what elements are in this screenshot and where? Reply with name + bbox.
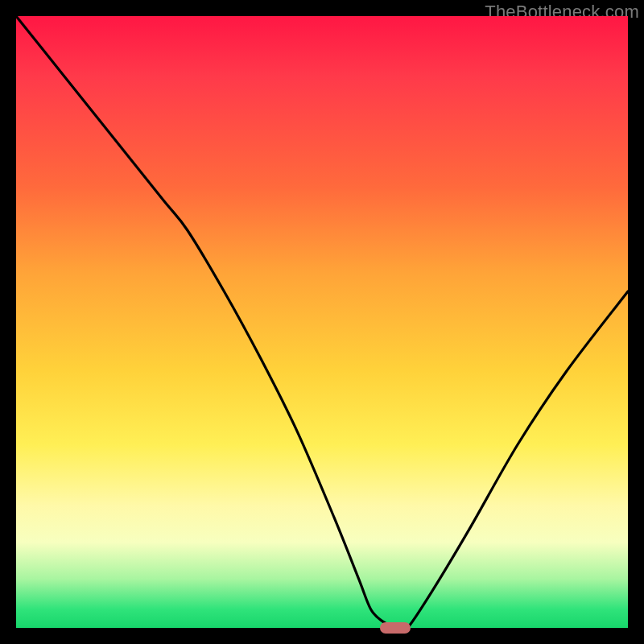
plot-area — [16, 16, 628, 628]
chart-frame: TheBottleneck.com — [0, 0, 644, 644]
bottleneck-curve — [16, 16, 628, 628]
optimal-marker — [380, 622, 411, 634]
curve-path — [16, 16, 628, 630]
